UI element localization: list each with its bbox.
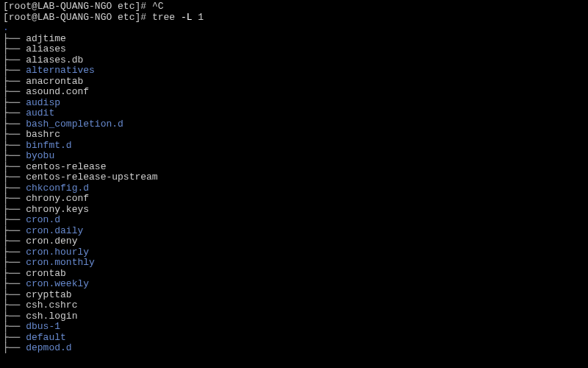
tree-branch-icon: ├──	[3, 118, 26, 130]
terminal-output: [root@LAB-QUANG-NGO etc]# ^C[root@LAB-QU…	[3, 1, 585, 354]
tree-branch-icon: ├──	[3, 204, 26, 215]
tree-item-name: crontab	[26, 268, 66, 279]
tree-item: ├── bash_completion.d	[3, 119, 585, 130]
tree-item-name: anacrontab	[26, 76, 83, 87]
tree-item: ├── default	[3, 333, 585, 344]
tree-branch-icon: ├──	[3, 43, 26, 54]
tree-item-name: centos-release-upstream	[26, 171, 157, 183]
tree-root-dot: .	[3, 22, 9, 33]
tree-item-name: cron.hourly	[26, 247, 89, 258]
tree-item-name: asound.conf	[26, 86, 89, 97]
tree-item: ├── asound.conf	[3, 87, 585, 98]
tree-item-name: chrony.keys	[26, 204, 89, 215]
prompt-cwd: etc	[118, 12, 135, 23]
prompt-bracket-open: [	[3, 12, 9, 23]
tree-item-name: cron.d	[26, 214, 60, 225]
tree-item: ├── cron.d	[3, 215, 585, 226]
tree-item-name: crypttab	[26, 289, 71, 300]
tree-item: ├── bashrc	[3, 130, 585, 141]
tree-item-name: cron.weekly	[26, 278, 89, 289]
tree-item: ├── aliases.db	[3, 55, 585, 66]
tree-item: ├── chkconfig.d	[3, 183, 585, 194]
tree-item: ├── alternatives	[3, 66, 585, 77]
tree-branch-icon: ├──	[3, 129, 26, 140]
tree-branch-icon: ├──	[3, 183, 26, 194]
tree-branch-icon: ├──	[3, 268, 26, 279]
tree-root: .	[3, 23, 585, 34]
tree-branch-icon: ├──	[3, 300, 26, 311]
command-text: tree	[152, 12, 181, 23]
tree-item-name: default	[26, 332, 66, 343]
tree-item: ├── crontab	[3, 269, 585, 280]
tree-item: ├── crypttab	[3, 290, 585, 301]
tree-item-name: centos-release	[26, 161, 106, 172]
tree-branch-icon: ├──	[3, 289, 26, 300]
tree-branch-icon: ├──	[3, 86, 26, 97]
tree-item-name: cron.deny	[26, 236, 77, 247]
tree-branch-icon: ├──	[3, 311, 26, 322]
prompt-cwd: etc	[118, 1, 135, 12]
tree-item-name: adjtime	[26, 33, 66, 44]
tree-item-name: csh.cshrc	[26, 300, 77, 311]
tree-branch-icon: ├──	[3, 54, 26, 66]
tree-item: ├── centos-release-upstream	[3, 172, 585, 183]
tree-item: ├── dbus-1	[3, 322, 585, 333]
prompt-user-host: root@LAB-QUANG-NGO	[9, 12, 112, 23]
tree-branch-icon: ├──	[3, 247, 26, 258]
tree-branch-icon: ├──	[3, 225, 26, 236]
tree-item: ├── adjtime	[3, 34, 585, 45]
tree-item-name: audit	[26, 107, 54, 118]
tree-item: ├── cron.monthly	[3, 258, 585, 269]
command-text: ^C	[152, 1, 164, 12]
tree-branch-icon: ├──	[3, 193, 26, 204]
tree-item-name: csh.login	[26, 311, 77, 322]
tree-branch-icon: ├──	[3, 65, 26, 76]
tree-item-name: cron.monthly	[26, 257, 95, 268]
tree-item: ├── chrony.conf	[3, 194, 585, 205]
tree-item: ├── depmod.d	[3, 343, 585, 354]
tree-branch-icon: ├──	[3, 342, 26, 353]
tree-item: ├── anacrontab	[3, 77, 585, 88]
tree-item: ├── audisp	[3, 98, 585, 109]
tree-item: ├── aliases	[3, 44, 585, 55]
tree-item-name: bash_completion.d	[26, 118, 123, 130]
tree-branch-icon: ├──	[3, 171, 26, 183]
tree-branch-icon: ├──	[3, 97, 26, 108]
tree-branch-icon: ├──	[3, 214, 26, 225]
prompt-symbol: #	[140, 12, 152, 23]
tree-item-name: chkconfig.d	[26, 183, 89, 194]
tree-item: ├── centos-release	[3, 162, 585, 173]
tree-item-name: audisp	[26, 97, 60, 108]
tree-item-name: dbus-1	[26, 321, 60, 332]
tree-branch-icon: ├──	[3, 33, 26, 44]
tree-item: ├── cron.hourly	[3, 247, 585, 258]
command-arg: 1	[193, 12, 204, 23]
tree-item: ├── audit	[3, 108, 585, 119]
tree-item: ├── chrony.keys	[3, 205, 585, 216]
prompt-bracket-open: [	[3, 1, 9, 12]
tree-item-name: cron.daily	[26, 225, 83, 236]
tree-item: ├── byobu	[3, 151, 585, 162]
tree-item-name: alternatives	[26, 65, 95, 76]
tree-branch-icon: ├──	[3, 321, 26, 332]
prompt-user-host: root@LAB-QUANG-NGO	[9, 1, 112, 12]
tree-branch-icon: ├──	[3, 236, 26, 247]
tree-item: ├── csh.login	[3, 311, 585, 322]
tree-item: ├── cron.deny	[3, 236, 585, 247]
tree-branch-icon: ├──	[3, 107, 26, 118]
tree-branch-icon: ├──	[3, 278, 26, 289]
tree-item-name: byobu	[26, 150, 54, 161]
tree-item: ├── cron.daily	[3, 226, 585, 237]
tree-item-name: bashrc	[26, 129, 60, 140]
tree-item: ├── binfmt.d	[3, 141, 585, 152]
tree-branch-icon: ├──	[3, 257, 26, 268]
tree-branch-icon: ├──	[3, 140, 26, 151]
prompt-line[interactable]: [root@LAB-QUANG-NGO etc]# ^C	[3, 1, 585, 13]
prompt-line[interactable]: [root@LAB-QUANG-NGO etc]# tree -L 1	[3, 13, 585, 24]
tree-item-name: depmod.d	[26, 342, 71, 353]
tree-item-name: chrony.conf	[26, 193, 89, 204]
tree-item: ├── csh.cshrc	[3, 300, 585, 311]
command-flag: -L	[181, 12, 193, 23]
tree-item: ├── cron.weekly	[3, 279, 585, 290]
prompt-symbol: #	[140, 1, 152, 12]
